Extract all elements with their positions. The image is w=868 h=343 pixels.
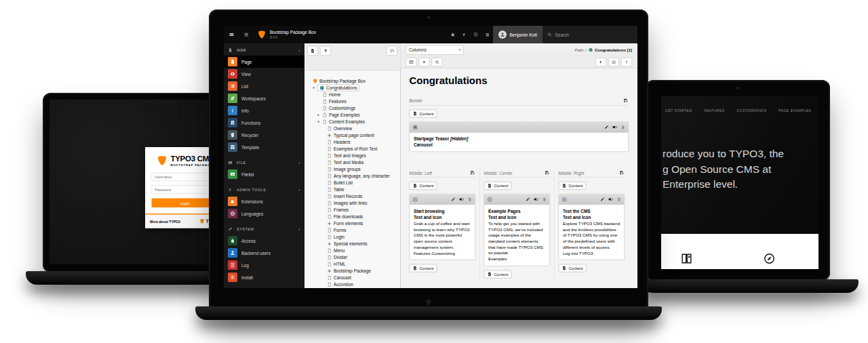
tree-node-page-examples[interactable]: ▸Page Examples (304, 112, 400, 119)
sidebar-item-workspaces[interactable]: Workspaces (224, 92, 304, 104)
opened-docs-button[interactable] (470, 26, 481, 43)
workspace-button[interactable] (481, 26, 493, 43)
columns-view-select[interactable]: Columns ▾ (406, 45, 464, 55)
sidebar-item-functions[interactable]: Functions (224, 117, 304, 129)
tree-toggle-icon[interactable]: ▸ (317, 113, 321, 117)
tree-toggle-icon[interactable]: ▾ (317, 120, 321, 123)
sidebar-item-access[interactable]: Access (224, 235, 304, 247)
sidebar-item-recycler[interactable]: Recycler (224, 129, 304, 141)
tree-node-overview[interactable]: Overview (304, 125, 400, 132)
tree-node-menu[interactable]: Menu (304, 247, 400, 254)
delete-icon[interactable] (617, 197, 622, 202)
clear-page-cache-button[interactable] (595, 58, 606, 66)
content-add-button[interactable]: Content (484, 182, 512, 190)
tree-toggle-icon[interactable]: ▾ (312, 86, 316, 89)
filter-button[interactable] (320, 46, 331, 56)
nav-item-features[interactable]: FEATURES (702, 106, 726, 115)
tree-node-home[interactable]: Home (304, 92, 400, 98)
edit-button[interactable] (604, 125, 609, 129)
tree-node-any-language-any-character[interactable]: Any language, any character (304, 173, 400, 180)
tree-node-bullet-list[interactable]: Bullet List (304, 180, 400, 186)
tree-node-special-elements[interactable]: Special elements (304, 241, 400, 247)
tree-node-typical-page-content[interactable]: Typical page content (304, 132, 400, 139)
tree-node-form-elements[interactable]: Form elements (304, 220, 400, 227)
tree-node-bootstrap-package[interactable]: Bootstrap Package (304, 268, 400, 275)
sidebar-item-backend-users[interactable]: Backend users (224, 247, 304, 259)
new-page-button[interactable] (307, 46, 318, 56)
tree-node-insert-records[interactable]: Insert Records (304, 193, 400, 200)
sidebar-item-install[interactable]: Install (224, 271, 304, 283)
search-record-button[interactable] (432, 58, 443, 66)
nav-item-customizings[interactable]: CUSTOMIZINGS (734, 106, 768, 115)
tree-node-text-and-images[interactable]: Text and Images (304, 153, 400, 159)
visibility-toggle-icon[interactable] (534, 197, 539, 202)
sidebar-item-list[interactable]: List (224, 80, 304, 92)
clear-cache-button[interactable] (458, 26, 470, 43)
sidebar-item-page[interactable]: Page (224, 56, 304, 68)
module-grid-button[interactable] (239, 26, 253, 43)
compass-icon[interactable] (763, 252, 776, 265)
sidebar-section-system[interactable]: SYSTEM▾ (224, 224, 304, 235)
visibility-toggle-button[interactable] (612, 125, 618, 130)
tree-node-image-groups[interactable]: Image groups (304, 166, 400, 173)
tree-node-features[interactable]: Features (304, 98, 400, 105)
sidebar-item-log[interactable]: Log (224, 259, 304, 271)
topbar-search[interactable]: Search (542, 26, 637, 43)
login-button[interactable]: Login (152, 199, 211, 208)
sidebar-section-file[interactable]: FILE▾ (224, 157, 304, 168)
tree-node-images-with-links[interactable]: Images with links (304, 200, 400, 207)
tree-node-customizings[interactable]: Customizings (304, 105, 400, 112)
cache-button[interactable] (406, 58, 417, 66)
edit-column-icon[interactable] (619, 170, 625, 176)
user-menu[interactable]: Benjamin Kott (493, 26, 542, 43)
tree-node-bootstrap-package-box[interactable]: Bootstrap Package Box (304, 78, 400, 85)
tree-node-table[interactable]: Table (304, 186, 400, 193)
refresh-tree-button[interactable] (387, 46, 397, 56)
content-add-button[interactable]: Content (410, 264, 437, 273)
visibility-toggle-icon[interactable] (608, 197, 614, 202)
nav-item-get-started[interactable]: GET STARTED (663, 106, 694, 115)
bookmarks-button[interactable] (447, 26, 458, 43)
edit-icon[interactable] (600, 197, 605, 202)
tree-node-content-examples[interactable]: ▾Content Examples (304, 119, 400, 125)
tree-node-file-downloads[interactable]: File downloads (304, 214, 400, 220)
tree-node-congratulations[interactable]: ▾Congratulations (304, 85, 400, 92)
tree-node-text-and-media[interactable]: Text and Media (304, 159, 400, 166)
sidebar-section-web[interactable]: WEB▾ (224, 45, 304, 56)
browser-book-icon[interactable] (680, 252, 693, 265)
tree-node-forms[interactable]: Forms (304, 227, 400, 234)
edit-icon[interactable] (526, 197, 530, 202)
content-add-button[interactable]: Content (559, 182, 587, 190)
edit-column-icon[interactable] (545, 170, 550, 176)
help-button[interactable] (621, 58, 632, 66)
tree-node-html[interactable]: HTML (304, 261, 400, 268)
tree-node-carousel[interactable]: Carousel (304, 275, 400, 281)
sidebar-item-languages[interactable]: Languages (224, 207, 304, 220)
card-footer-link[interactable]: Features Customizing (414, 251, 471, 257)
sidebar-item-template[interactable]: Template (224, 141, 304, 153)
menu-toggle-button[interactable] (224, 26, 239, 43)
sidebar-item-filelist[interactable]: Filelist (224, 168, 304, 180)
delete-icon[interactable] (542, 197, 547, 202)
password-field[interactable] (152, 186, 211, 194)
tree-node-divider[interactable]: Divider (304, 254, 400, 261)
delete-icon[interactable] (468, 197, 473, 202)
tree-node-login[interactable]: Login (304, 234, 400, 241)
bookmark-button[interactable] (608, 58, 619, 66)
tree-node-frames[interactable]: Frames (304, 207, 400, 214)
tree-node-examples-of-rich-text[interactable]: Examples of Rich Text (304, 146, 400, 153)
content-add-button[interactable]: Content (484, 270, 512, 278)
username-field[interactable] (152, 173, 211, 181)
content-add-button[interactable]: Content (410, 110, 437, 118)
sidebar-item-extensions[interactable]: Extensions (224, 195, 304, 207)
view-webpage-button[interactable] (419, 58, 430, 66)
sidebar-item-view[interactable]: View (224, 68, 304, 80)
content-add-button[interactable]: Content (559, 264, 587, 273)
more-about-typo3-link[interactable]: More about TYPO3 (150, 220, 180, 224)
card-footer-link[interactable]: Log into TYPO3 (563, 251, 620, 257)
sidebar-item-info[interactable]: Info (224, 104, 304, 117)
edit-icon[interactable] (451, 197, 456, 202)
content-add-button[interactable]: Content (410, 182, 437, 190)
tree-node-headers[interactable]: Headers (304, 139, 400, 146)
card-footer-link[interactable]: Examples (488, 256, 546, 262)
